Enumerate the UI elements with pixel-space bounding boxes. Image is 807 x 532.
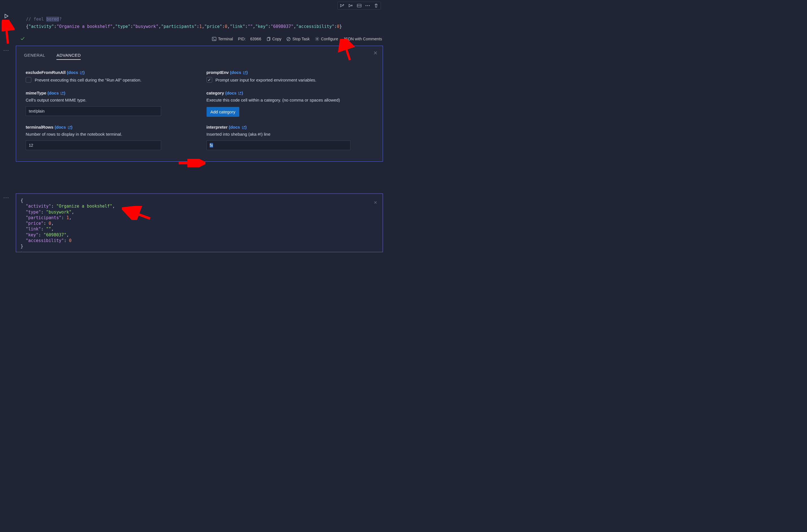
output-cell[interactable]: ✕ { "activity": "Organize a bookshelf", … (16, 193, 383, 252)
docs-link[interactable]: (docs ) (55, 125, 73, 130)
terminalrows-input[interactable] (26, 140, 161, 150)
output-gutter-menu[interactable]: ··· (3, 195, 9, 201)
svg-line-10 (6, 22, 8, 44)
code-line-1: // feel bored? (26, 16, 374, 23)
copy-icon (266, 37, 270, 41)
field-excludeFromRunAll: excludeFromRunAll (docs ) Prevent execut… (26, 70, 191, 83)
terminal-icon (212, 37, 217, 41)
svg-line-8 (287, 38, 290, 40)
execute-above-button[interactable] (338, 2, 346, 9)
language-mode[interactable]: JSON with Comments (343, 37, 382, 41)
configure-button[interactable]: Configure (315, 37, 338, 41)
json-output: { "activity": "Organize a bookshelf", "t… (21, 198, 378, 249)
code-cell[interactable]: // feel bored? {"activity":"Organize a b… (16, 12, 381, 33)
stop-task-button[interactable]: Stop Task (286, 37, 309, 41)
terminal-label: Terminal (218, 37, 233, 41)
docs-link[interactable]: (docs ) (48, 91, 65, 95)
close-icon[interactable]: ✕ (374, 199, 377, 206)
field-mimeType: mimeType (docs ) Cell's output content M… (26, 91, 191, 117)
vim-tilde: ~ (21, 249, 378, 253)
pid-display: PID: 63966 (238, 37, 261, 41)
mimetype-input[interactable] (26, 106, 161, 116)
cell-gutter-menu[interactable]: ··· (3, 48, 9, 53)
external-link-icon (243, 71, 246, 74)
success-icon (20, 37, 25, 42)
add-category-button[interactable]: Add category (207, 107, 239, 117)
field-terminalRows: terminalRows (docs ) Number of rows to d… (26, 125, 191, 150)
code-line-2: {"activity":"Organize a bookshelf","type… (26, 23, 374, 31)
external-link-icon (68, 126, 71, 129)
tab-advanced[interactable]: ADVANCED (56, 53, 81, 60)
docs-link[interactable]: (docs ) (225, 91, 243, 95)
external-link-icon (242, 126, 245, 129)
more-actions-button[interactable] (364, 2, 372, 9)
close-icon[interactable]: ✕ (373, 50, 378, 56)
external-link-icon (60, 92, 64, 95)
interpreter-input[interactable]: fx (207, 140, 351, 150)
execute-below-button[interactable] (347, 2, 355, 9)
cell-toolbar (337, 2, 381, 10)
copy-button[interactable]: Copy (266, 37, 282, 41)
stop-icon (286, 37, 290, 41)
run-cell-button[interactable] (4, 14, 9, 19)
field-promptEnv: promptEnv (docs ) Prompt user input for … (207, 70, 372, 83)
delete-cell-button[interactable] (372, 2, 380, 9)
svg-rect-6 (267, 38, 269, 40)
docs-link[interactable]: (docs ) (230, 70, 248, 75)
docs-link[interactable]: (docs ) (67, 70, 85, 75)
annotation-arrow (2, 20, 15, 45)
svg-point-3 (368, 5, 368, 6)
cell-status-bar: Terminal PID: 63966 Copy Stop Task Confi… (16, 34, 384, 43)
promptenv-checkbox[interactable] (207, 77, 212, 83)
svg-rect-5 (212, 37, 216, 41)
svg-point-4 (369, 5, 370, 6)
docs-link[interactable]: (docs ) (229, 125, 247, 130)
terminal-indicator[interactable]: Terminal (212, 37, 233, 41)
exclude-checkbox[interactable] (26, 77, 31, 83)
cell-config-panel: ✕ GENERAL ADVANCED excludeFromRunAll (do… (16, 46, 383, 162)
external-link-icon (238, 92, 242, 95)
svg-point-9 (316, 38, 317, 39)
split-cell-button[interactable] (355, 2, 363, 9)
svg-point-2 (366, 5, 367, 6)
field-interpreter: interpreter (docs ) Inserted into sheban… (207, 125, 372, 150)
external-link-icon (80, 71, 83, 74)
gear-icon (315, 37, 319, 41)
tab-general[interactable]: GENERAL (24, 53, 45, 60)
field-category: category (docs ) Execute this code cell … (207, 91, 372, 117)
